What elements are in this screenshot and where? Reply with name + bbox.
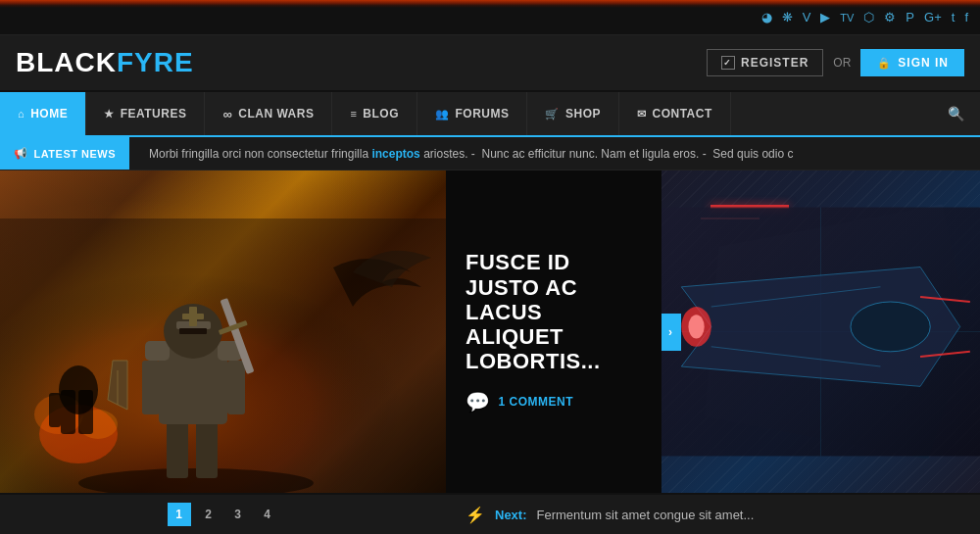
shop-icon: 🛒	[545, 108, 560, 121]
fire-decoration	[0, 0, 980, 8]
forums-icon: 👥	[435, 108, 450, 121]
next-label: Next:	[495, 508, 527, 522]
header-auth: ✓ REGISTER OR 🔒 SIGN IN	[707, 49, 964, 76]
ticker-link[interactable]: inceptos	[371, 147, 419, 161]
svg-rect-12	[179, 328, 207, 334]
page-3-button[interactable]: 3	[226, 503, 250, 526]
logo-fyre: FYRE	[117, 47, 194, 77]
register-button[interactable]: ✓ REGISTER	[707, 49, 823, 76]
twitch-icon[interactable]: TV	[840, 12, 854, 24]
svg-rect-22	[78, 390, 93, 434]
ticker-text: Morbi fringilla orci non consectetur fri…	[129, 147, 980, 161]
page-1-button[interactable]: 1	[168, 503, 191, 526]
nav-item-home[interactable]: ⌂ HOME	[0, 92, 86, 135]
megaphone-icon: 📢	[14, 147, 28, 160]
rss-icon[interactable]: ◕	[761, 10, 772, 24]
lock-icon: 🔒	[876, 55, 892, 71]
next-text: Fermentum sit amet congue sit amet...	[537, 508, 755, 522]
facebook-icon[interactable]: f	[964, 10, 968, 24]
nav-item-shop[interactable]: 🛒 SHOP	[527, 92, 619, 135]
svg-point-29	[688, 315, 704, 338]
nav-item-features[interactable]: ★ FEATURES	[86, 92, 205, 135]
header: BLACKFYRE ✓ REGISTER OR 🔒 SIGN IN	[0, 35, 980, 92]
vine-icon[interactable]: V	[803, 10, 811, 24]
site-logo: BLACKFYRE	[16, 47, 194, 78]
twitter-icon[interactable]: t	[952, 10, 956, 24]
svg-rect-23	[49, 393, 61, 427]
nav-item-forums[interactable]: 👥 FORUMS	[417, 92, 528, 135]
dribbble-icon[interactable]: ❋	[782, 10, 793, 24]
or-divider: OR	[833, 56, 851, 70]
bottom-bar: 1 2 3 4 ⚡ Next: Fermentum sit amet congu…	[0, 493, 980, 534]
page-2-button[interactable]: 2	[197, 503, 220, 526]
svg-point-27	[851, 302, 930, 352]
next-preview-bar: ⚡ Next: Fermentum sit amet congue sit am…	[446, 506, 980, 524]
svg-rect-8	[142, 361, 160, 414]
scifi-illustration	[662, 170, 980, 493]
main-nav: ⌂ HOME ★ FEATURES ∞ CLAN WARS ≡ BLOG 👥 F…	[0, 92, 980, 137]
google-plus-icon[interactable]: G+	[924, 10, 942, 24]
nav-item-blog[interactable]: ≡ BLOG	[332, 92, 417, 135]
search-button[interactable]: 🔍	[932, 92, 980, 135]
pinterest-icon[interactable]: P	[906, 10, 914, 24]
next-slide-chevron[interactable]: ›	[662, 314, 681, 351]
news-ticker: 📢 LATEST NEWS Morbi fringilla orci non c…	[0, 137, 980, 170]
logo-black: BLACK	[16, 47, 117, 77]
clan-icon: ∞	[222, 107, 232, 121]
svg-rect-6	[145, 341, 170, 361]
lightning-icon: ⚡	[466, 506, 485, 524]
svg-rect-9	[227, 361, 245, 414]
home-icon: ⌂	[18, 108, 24, 120]
main-content: FUSCE ID JUSTO AC LACUS ALIQUET LOBORTIS…	[0, 170, 980, 493]
register-icon: ✓	[721, 56, 735, 70]
right-panel: ›	[662, 170, 980, 493]
nav-item-contact[interactable]: ✉ CONTACT	[619, 92, 731, 135]
knight-illustration	[0, 170, 446, 493]
signin-button[interactable]: 🔒 SIGN IN	[860, 49, 964, 76]
comment-bubble-icon: 💬	[466, 390, 491, 413]
featured-image	[0, 170, 446, 493]
article-title: FUSCE ID JUSTO AC LACUS ALIQUET LOBORTIS…	[466, 250, 642, 373]
nav-item-clan-wars[interactable]: ∞ CLAN WARS	[205, 92, 332, 135]
instagram-icon[interactable]: ⬡	[863, 10, 874, 24]
blog-icon: ≡	[350, 108, 357, 120]
ticker-label: 📢 LATEST NEWS	[0, 137, 129, 170]
contact-icon: ✉	[637, 108, 647, 121]
search-icon: 🔍	[948, 106, 964, 121]
comment-link[interactable]: 💬 1 COMMENT	[466, 390, 642, 413]
star-icon: ★	[104, 108, 115, 121]
steam-icon[interactable]: ⚙	[884, 10, 896, 24]
svg-rect-14	[182, 314, 204, 319]
svg-rect-21	[61, 390, 75, 434]
article-panel: FUSCE ID JUSTO AC LACUS ALIQUET LOBORTIS…	[446, 170, 662, 493]
pagination: 1 2 3 4	[0, 503, 446, 526]
page-4-button[interactable]: 4	[256, 503, 279, 526]
youtube-icon[interactable]: ▶	[820, 10, 830, 24]
